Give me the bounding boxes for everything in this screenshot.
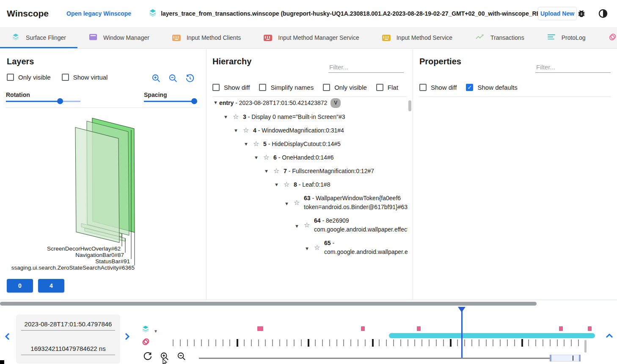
slider-thumb[interactable] xyxy=(191,98,197,104)
tab-input-method-manager-service[interactable]: Input Method Manager Service xyxy=(252,27,370,48)
transition-marker xyxy=(417,326,421,331)
tab-window-manager[interactable]: Window Manager xyxy=(77,27,161,48)
reset-view-history-icon[interactable] xyxy=(185,74,195,85)
dark-mode-toggle-icon[interactable] xyxy=(598,8,608,20)
active-trace-layers-icon[interactable] xyxy=(141,325,150,335)
tab-input-method-clients[interactable]: Input Method Clients xyxy=(161,27,252,48)
checkbox-box xyxy=(323,84,330,91)
spacing-slider[interactable] xyxy=(144,98,197,104)
timeline-tick xyxy=(414,339,415,346)
layers-3d-view[interactable]: ScreenDecorHwcOverlay#62 NavigationBar0#… xyxy=(0,108,206,274)
tree-row-one-handed[interactable]: ▼☆ 6 - OneHanded:0:14#6 xyxy=(207,153,408,162)
only-visible-checkbox[interactable]: Only visible xyxy=(7,74,51,81)
trace-dropdown-caret-icon[interactable]: ▼ xyxy=(154,329,158,334)
timeline-tick xyxy=(400,339,401,346)
hierarchy-divider xyxy=(212,97,407,97)
timeline-tick xyxy=(464,339,465,346)
timeline-tick xyxy=(251,339,252,346)
hierarchy-filter-input[interactable] xyxy=(328,62,404,73)
properties-divider xyxy=(419,97,611,97)
timeline-cursor[interactable] xyxy=(461,307,463,358)
upload-new-button[interactable]: Upload New xyxy=(538,7,577,20)
hierarchy-scrollbar-thumb[interactable] xyxy=(408,100,411,111)
caret-down-icon[interactable]: ▼ xyxy=(264,168,270,174)
bug-report-icon[interactable] xyxy=(577,8,586,20)
checkbox-label: Flat xyxy=(388,84,398,91)
star-icon[interactable]: ☆ xyxy=(294,199,300,207)
surface-flinger-icon xyxy=(11,33,20,43)
selection-left-handle[interactable] xyxy=(550,355,551,361)
show-diff-checkbox[interactable]: Show diff xyxy=(419,84,457,91)
caret-down-icon[interactable]: ▼ xyxy=(254,155,260,160)
tree-row-hide-display-cutout[interactable]: ▼☆ 5 - HideDisplayCutout:0:14#5 xyxy=(207,140,408,149)
tree-row-windowed-magnification[interactable]: ▼☆ 4 - WindowedMagnification:0:31#4 xyxy=(207,126,408,135)
show-virtual-checkbox[interactable]: Show virtual xyxy=(62,74,108,81)
selection-right-handle[interactable] xyxy=(579,355,581,361)
caret-down-icon[interactable]: ▼ xyxy=(244,141,250,146)
star-icon[interactable]: ☆ xyxy=(314,243,321,252)
timeline-tick xyxy=(201,339,202,346)
timeline-tick xyxy=(421,339,422,346)
tab-protolog[interactable]: ProtoLog xyxy=(536,27,597,48)
tree-node-text: 63 - WallpaperWindowToken{fa0eef6 token=… xyxy=(304,194,408,212)
timeline-tick xyxy=(229,339,230,346)
tab-transitions[interactable]: Transitions xyxy=(597,27,617,48)
trace-file-chip[interactable]: layers_trace_from_transactions.winscope … xyxy=(148,8,550,19)
hierarchy-tree: ▼ entry - 2023-08-28T17:01:50.421423872V… xyxy=(207,98,408,294)
caret-down-icon[interactable]: ▼ xyxy=(213,100,219,105)
properties-filter-input[interactable] xyxy=(535,62,611,73)
tree-row-display[interactable]: ▼☆ 3 - Display 0 name="Built-in Screen"#… xyxy=(207,113,408,121)
screen-recording-bar[interactable] xyxy=(389,333,595,338)
zoom-out-icon[interactable] xyxy=(168,74,178,85)
caret-down-icon[interactable]: ▼ xyxy=(223,114,229,119)
tree-row-wallpaper-window-token[interactable]: ▼☆ 63 - WallpaperWindowToken{fa0eef6 tok… xyxy=(207,194,408,212)
caret-down-icon[interactable]: ▼ xyxy=(305,246,311,251)
tree-row-fullscreen-magnification[interactable]: ▼☆ 7 - FullscreenMagnification:0:12#7 xyxy=(207,167,408,176)
star-icon[interactable]: ☆ xyxy=(284,180,290,189)
caret-down-icon[interactable]: ▼ xyxy=(234,128,240,133)
zoom-in-icon[interactable] xyxy=(151,74,161,85)
tab-surface-flinger[interactable]: Surface Flinger xyxy=(0,27,77,48)
tab-label: Surface Flinger xyxy=(26,34,66,41)
caret-down-icon[interactable]: ▼ xyxy=(295,223,300,229)
next-entry-chevron-icon[interactable] xyxy=(124,332,130,342)
layers-panel-title: Layers xyxy=(7,57,34,66)
star-icon[interactable]: ☆ xyxy=(263,153,270,162)
show-defaults-checkbox[interactable]: ✓ Show defaults xyxy=(466,84,517,91)
collapse-timeline-chevron-icon[interactable] xyxy=(605,332,614,341)
timeline-vscroll-remnant[interactable] xyxy=(584,340,587,353)
timeline-zoom-out-icon[interactable] xyxy=(177,352,186,363)
horizontal-scrollbar[interactable] xyxy=(0,302,537,306)
transition-marker xyxy=(588,326,592,331)
show-diff-checkbox[interactable]: Show diff xyxy=(212,84,250,91)
caret-down-icon[interactable]: ▼ xyxy=(284,201,290,206)
only-visible-checkbox[interactable]: Only visible xyxy=(323,84,367,91)
star-icon[interactable]: ☆ xyxy=(243,126,250,135)
ns-timestamp-field[interactable]: 1693242110479784622 ns xyxy=(21,345,115,355)
tree-row-entry[interactable]: ▼ entry - 2023-08-28T17:01:50.421423872V xyxy=(207,98,408,108)
transition-trace-icon[interactable] xyxy=(141,336,151,348)
timeline-range-track[interactable] xyxy=(199,358,576,359)
prev-entry-chevron-icon[interactable] xyxy=(4,332,11,342)
slider-thumb[interactable] xyxy=(57,98,63,104)
open-legacy-link[interactable]: Open legacy Winscope xyxy=(66,10,131,17)
tree-row-cinematic-wallpaper-service[interactable]: ▼☆ 64 - 8e26909 com.google.android.wallp… xyxy=(207,216,408,234)
star-icon[interactable]: ☆ xyxy=(233,113,240,121)
tab-transactions[interactable]: Transactions xyxy=(464,27,536,48)
star-icon[interactable]: ☆ xyxy=(304,221,311,229)
display-button-0[interactable]: 0 xyxy=(7,279,33,292)
star-icon[interactable]: ☆ xyxy=(273,167,280,175)
refresh-icon[interactable] xyxy=(143,352,152,363)
timeline-section: 2023-08-28T17:01:50.4797846 169324211047… xyxy=(0,300,617,364)
tab-input-method-service[interactable]: Input Method Service xyxy=(371,27,464,48)
flat-checkbox[interactable]: Flat xyxy=(376,84,398,91)
timeline-selection-box[interactable] xyxy=(550,355,581,361)
star-icon[interactable]: ☆ xyxy=(253,140,260,148)
simplify-names-checkbox[interactable]: Simplify names xyxy=(259,84,314,91)
rotation-slider[interactable] xyxy=(6,98,80,104)
tree-row-cinematic-wallpaper-service-2[interactable]: ▼☆ 65 - com.google.android.wallpaper.eff… xyxy=(207,239,408,256)
display-button-4[interactable]: 4 xyxy=(38,279,64,292)
caret-down-icon[interactable]: ▼ xyxy=(274,182,280,187)
tree-row-leaf[interactable]: ▼☆ 8 - Leaf:0:1#8 xyxy=(207,180,408,189)
human-timestamp-field[interactable]: 2023-08-28T17:01:50.4797846 xyxy=(21,320,115,331)
